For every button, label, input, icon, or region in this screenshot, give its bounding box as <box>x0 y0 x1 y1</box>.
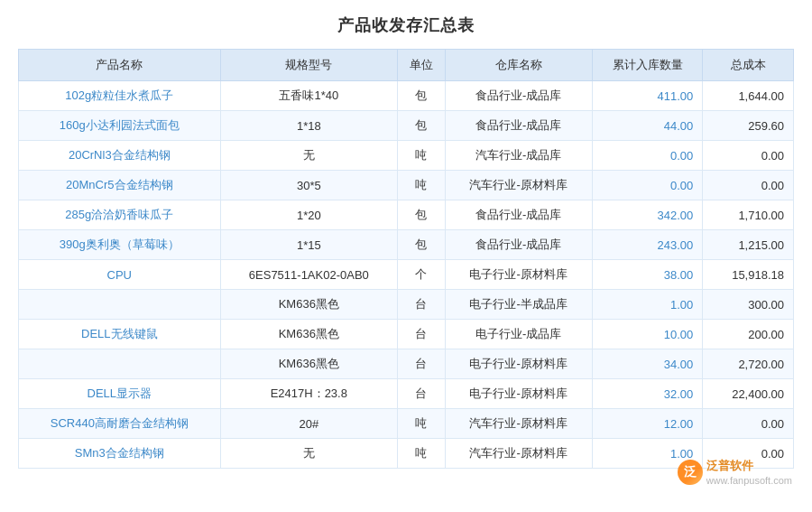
col-header-warehouse: 仓库名称 <box>445 50 592 81</box>
cell-unit: 包 <box>398 111 445 141</box>
watermark-brand: 泛普软件 <box>706 459 792 474</box>
cell-spec: 1*15 <box>220 230 397 260</box>
cell-product-name: SCR440高耐磨合金结构钢 <box>19 409 221 439</box>
cell-warehouse: 电子行业-半成品库 <box>445 290 592 320</box>
cell-unit: 台 <box>398 349 445 379</box>
cell-cost: 0.00 <box>703 409 794 439</box>
cell-warehouse: 电子行业-原材料库 <box>445 349 592 379</box>
cell-warehouse: 汽车行业-成品库 <box>445 141 592 171</box>
cell-warehouse: 食品行业-成品库 <box>445 81 592 111</box>
col-header-unit: 单位 <box>398 50 445 81</box>
col-header-qty: 累计入库数量 <box>592 50 702 81</box>
watermark-logo: 泛 <box>678 460 703 485</box>
cell-product-name <box>19 349 221 379</box>
table-row: KM636黑色台电子行业-半成品库1.00300.00 <box>19 290 794 320</box>
cell-cost: 0.00 <box>703 171 794 200</box>
cell-qty: 32.00 <box>592 379 702 409</box>
summary-table: 产品名称 规格型号 单位 仓库名称 累计入库数量 总成本 102g粒粒佳水煮瓜子… <box>18 49 794 469</box>
cell-product-name: DELL无线键鼠 <box>19 320 221 349</box>
cell-unit: 吨 <box>398 141 445 171</box>
col-header-product: 产品名称 <box>19 50 221 81</box>
cell-spec: KM636黑色 <box>220 320 397 349</box>
table-row: KM636黑色台电子行业-原材料库34.002,720.00 <box>19 349 794 379</box>
cell-unit: 台 <box>398 379 445 409</box>
cell-unit: 台 <box>398 320 445 349</box>
page-title: 产品收发存汇总表 <box>18 14 794 36</box>
cell-product-name: 390g奥利奥（草莓味） <box>19 230 221 260</box>
cell-cost: 1,215.00 <box>703 230 794 260</box>
cell-unit: 包 <box>398 81 445 111</box>
cell-qty: 243.00 <box>592 230 702 260</box>
cell-qty: 34.00 <box>592 349 702 379</box>
cell-product-name: 20MnCr5合金结构钢 <box>19 171 221 200</box>
cell-product-name: CPU <box>19 260 221 290</box>
table-row: 390g奥利奥（草莓味）1*15包食品行业-成品库243.001,215.00 <box>19 230 794 260</box>
cell-qty: 12.00 <box>592 409 702 439</box>
cell-spec: 1*18 <box>220 111 397 141</box>
cell-product-name <box>19 290 221 320</box>
cell-unit: 吨 <box>398 171 445 200</box>
cell-qty: 10.00 <box>592 320 702 349</box>
cell-spec: KM636黑色 <box>220 349 397 379</box>
cell-qty: 38.00 <box>592 260 702 290</box>
cell-cost: 300.00 <box>703 290 794 320</box>
cell-warehouse: 汽车行业-原材料库 <box>445 439 592 469</box>
table-row: 20MnCr5合金结构钢30*5吨汽车行业-原材料库0.000.00 <box>19 171 794 200</box>
cell-cost: 22,400.00 <box>703 379 794 409</box>
cell-unit: 包 <box>398 230 445 260</box>
cell-warehouse: 电子行业-原材料库 <box>445 260 592 290</box>
cell-spec: KM636黑色 <box>220 290 397 320</box>
cell-cost: 0.00 <box>703 141 794 171</box>
col-header-spec: 规格型号 <box>220 50 397 81</box>
cell-qty: 44.00 <box>592 111 702 141</box>
cell-spec: 无 <box>220 141 397 171</box>
table-row: 160g小达利园法式面包1*18包食品行业-成品库44.00259.60 <box>19 111 794 141</box>
cell-warehouse: 电子行业-原材料库 <box>445 379 592 409</box>
col-header-cost: 总成本 <box>703 50 794 81</box>
watermark-url: www.fanpusoft.com <box>706 474 792 487</box>
cell-warehouse: 汽车行业-原材料库 <box>445 409 592 439</box>
cell-unit: 包 <box>398 200 445 230</box>
table-row: SCR440高耐磨合金结构钢20#吨汽车行业-原材料库12.000.00 <box>19 409 794 439</box>
cell-cost: 259.60 <box>703 111 794 141</box>
cell-spec: 五香味1*40 <box>220 81 397 111</box>
cell-product-name: 285g洽洽奶香味瓜子 <box>19 200 221 230</box>
cell-cost: 1,644.00 <box>703 81 794 111</box>
cell-product-name: 102g粒粒佳水煮瓜子 <box>19 81 221 111</box>
cell-warehouse: 汽车行业-原材料库 <box>445 171 592 200</box>
cell-qty: 342.00 <box>592 200 702 230</box>
table-row: 20CrNl3合金结构钢无吨汽车行业-成品库0.000.00 <box>19 141 794 171</box>
cell-spec: 1*20 <box>220 200 397 230</box>
table-header-row: 产品名称 规格型号 单位 仓库名称 累计入库数量 总成本 <box>19 50 794 81</box>
cell-qty: 411.00 <box>592 81 702 111</box>
cell-cost: 2,720.00 <box>703 349 794 379</box>
table-row: DELL显示器E2417H：23.8台电子行业-原材料库32.0022,400.… <box>19 379 794 409</box>
cell-cost: 15,918.18 <box>703 260 794 290</box>
cell-unit: 个 <box>398 260 445 290</box>
table-row: CPU6ES7511-1AK02-0AB0个电子行业-原材料库38.0015,9… <box>19 260 794 290</box>
watermark: 泛 泛普软件 www.fanpusoft.com <box>678 459 792 487</box>
cell-cost: 200.00 <box>703 320 794 349</box>
cell-warehouse: 电子行业-成品库 <box>445 320 592 349</box>
cell-product-name: 160g小达利园法式面包 <box>19 111 221 141</box>
cell-qty: 1.00 <box>592 290 702 320</box>
table-row: 285g洽洽奶香味瓜子1*20包食品行业-成品库342.001,710.00 <box>19 200 794 230</box>
cell-unit: 吨 <box>398 409 445 439</box>
cell-product-name: DELL显示器 <box>19 379 221 409</box>
cell-qty: 0.00 <box>592 141 702 171</box>
cell-product-name: SMn3合金结构钢 <box>19 439 221 469</box>
page-wrapper: 产品收发存汇总表 产品名称 规格型号 单位 仓库名称 累计入库数量 总成本 10… <box>0 0 812 512</box>
watermark-text: 泛普软件 www.fanpusoft.com <box>706 459 792 487</box>
cell-unit: 台 <box>398 290 445 320</box>
table-row: DELL无线键鼠KM636黑色台电子行业-成品库10.00200.00 <box>19 320 794 349</box>
cell-spec: E2417H：23.8 <box>220 379 397 409</box>
cell-spec: 6ES7511-1AK02-0AB0 <box>220 260 397 290</box>
cell-unit: 吨 <box>398 439 445 469</box>
cell-warehouse: 食品行业-成品库 <box>445 111 592 141</box>
cell-warehouse: 食品行业-成品库 <box>445 200 592 230</box>
cell-warehouse: 食品行业-成品库 <box>445 230 592 260</box>
cell-cost: 1,710.00 <box>703 200 794 230</box>
cell-qty: 0.00 <box>592 171 702 200</box>
cell-spec: 20# <box>220 409 397 439</box>
cell-spec: 无 <box>220 439 397 469</box>
